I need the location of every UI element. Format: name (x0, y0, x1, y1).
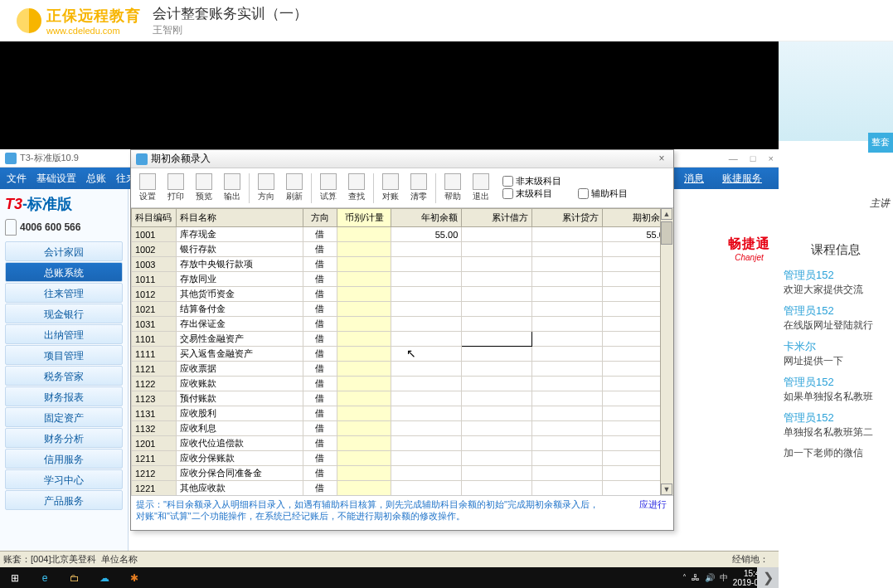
nav-item[interactable]: 现金银行 (5, 304, 123, 323)
toolbar-icon (320, 173, 337, 190)
toolbar-退出[interactable]: 退出 (468, 173, 494, 202)
menu-item[interactable]: 基础设置 (36, 173, 76, 184)
nav-item[interactable]: 财务报表 (5, 386, 123, 406)
edge-icon[interactable]: e (30, 567, 60, 588)
toolbar-输出[interactable]: 输出 (219, 173, 245, 202)
video-player[interactable] (0, 41, 779, 149)
table-row[interactable]: 1201应收代位追偿款借 (132, 436, 673, 451)
filter-checkbox[interactable]: 辅助科目 (578, 187, 628, 200)
filter-checkbox[interactable]: 末级科目 (502, 187, 561, 200)
minimize-button[interactable]: — (729, 153, 738, 163)
scroll-down-arrow[interactable]: ▼ (661, 484, 672, 495)
maximize-button[interactable]: □ (750, 153, 756, 163)
toolbar-帮助[interactable]: 帮助 (439, 173, 466, 202)
toolbar-设置[interactable]: 设置 (134, 173, 161, 202)
tray-network-icon[interactable]: 🖧 (692, 573, 700, 582)
chat-item[interactable]: 管理员152欢迎大家提供交流 (784, 268, 888, 297)
table-row[interactable]: 1212应收分保合同准备金借 (132, 466, 673, 481)
app-icon (5, 153, 17, 164)
close-button[interactable]: × (769, 153, 774, 163)
dialog-titlebar[interactable]: 期初余额录入 × (131, 150, 673, 168)
toolbar-清零[interactable]: 清零 (405, 173, 432, 202)
vendor-brand: 畅捷通 Chanjet (728, 236, 770, 262)
toolbar-试算[interactable]: 试算 (315, 173, 342, 202)
toolbar-预览[interactable]: 预览 (191, 173, 217, 202)
table-row[interactable]: 1021结算备付金借 (132, 302, 673, 317)
tray-volume-icon[interactable]: 🔊 (705, 573, 715, 582)
table-row[interactable]: 1121应收票据借 (132, 362, 673, 377)
nav-item[interactable]: 信用服务 (5, 449, 123, 469)
table-row[interactable]: 1011存放同业借 (132, 272, 673, 287)
start-button[interactable]: ⊞ (0, 567, 30, 588)
toolbar-查找[interactable]: 查找 (343, 173, 370, 202)
column-header[interactable]: 年初余额 (391, 209, 462, 227)
table-row[interactable]: 1031存出保证金借 (132, 317, 673, 332)
table-row[interactable]: 1001库存现金借55.0055.00 (132, 227, 673, 242)
nav-item[interactable]: 产品服务 (5, 490, 123, 510)
tray-up-icon[interactable]: ˄ (682, 573, 687, 582)
nav-item[interactable]: 固定资产 (5, 407, 123, 427)
menu-link[interactable]: 账捷服务 (722, 173, 762, 184)
chat-message: 在线版网址登陆就行 (784, 318, 888, 333)
nav-item[interactable]: 学习中心 (5, 469, 123, 489)
chat-item[interactable]: 管理员152在线版网址登陆就行 (784, 304, 888, 333)
close-icon[interactable]: × (655, 153, 668, 166)
column-header[interactable]: 累计借方 (462, 209, 532, 227)
column-header[interactable]: 累计贷方 (532, 209, 603, 227)
toolbar-对账[interactable]: 对账 (377, 173, 404, 202)
next-arrow-button[interactable]: ❯ (757, 567, 779, 588)
hint-link[interactable]: 应进行 (639, 498, 667, 510)
table-row[interactable]: 1122应收账款借 (132, 377, 673, 391)
table-row[interactable]: 1012其他货币资金借 (132, 287, 673, 302)
table-row[interactable]: 1131应收股利借 (132, 406, 673, 421)
toolbar-icon (348, 173, 365, 190)
scroll-up-arrow[interactable]: ▲ (661, 208, 672, 220)
column-header[interactable]: 方向 (303, 209, 337, 227)
column-header[interactable]: 科目名称 (177, 209, 303, 227)
table-row[interactable]: 1101交易性金融资产借 (132, 332, 673, 347)
toolbar-icon (167, 173, 184, 190)
toolbar-方向[interactable]: 方向 (253, 173, 279, 202)
site-logo[interactable]: 正保远程教育 www.cdeledu.com (17, 6, 141, 36)
tray-ime-icon[interactable]: 中 (720, 572, 728, 584)
scroll-thumb[interactable] (661, 221, 672, 245)
table-row[interactable]: 1002银行存款借 (132, 242, 673, 257)
nav-item[interactable]: 总账系统 (5, 262, 123, 282)
table-row[interactable]: 1123预付账款借 (132, 391, 673, 406)
nav-item[interactable]: 出纳管理 (5, 324, 123, 344)
toolbar-icon (286, 173, 303, 190)
toolbar-刷新[interactable]: 刷新 (281, 173, 308, 202)
cloud-icon[interactable]: ☁ (90, 567, 119, 588)
nav-item[interactable]: 税务管家 (5, 366, 123, 386)
balance-grid[interactable]: 科目编码科目名称方向币别/计量年初余额累计借方累计贷方期初余额1001库存现金借… (131, 208, 673, 495)
table-row[interactable]: 1003存放中央银行款项借 (132, 257, 673, 272)
column-header[interactable]: 币别/计量 (337, 209, 391, 227)
nav-item[interactable]: 项目管理 (5, 345, 123, 365)
table-row[interactable]: 1132应收利息借 (132, 421, 673, 436)
menu-item[interactable]: 总账 (86, 173, 106, 184)
section-title: 课程信息 (779, 232, 893, 268)
app-taskbar-icon[interactable]: ✱ (119, 567, 149, 588)
filter-checkbox[interactable]: 非末级科目 (502, 175, 561, 187)
app-statusbar: 账套：[004]北京美登科 单位名称 经销地： (0, 551, 779, 567)
folder-icon[interactable]: 🗀 (60, 567, 90, 588)
chat-message: 加一下老师的微信 (784, 446, 888, 460)
nav-item[interactable]: 会计家园 (5, 241, 123, 261)
chat-item[interactable]: 管理员152单独报名私教班第二 (784, 411, 888, 440)
nav-item[interactable]: 往来管理 (5, 283, 123, 303)
table-row[interactable]: 1221其他应收款借 (132, 481, 673, 496)
menu-item[interactable]: 文件 (7, 173, 27, 184)
table-row[interactable]: 1111买入返售金融资产借 (132, 347, 673, 362)
menu-link[interactable]: 消息 (684, 173, 704, 184)
chat-item[interactable]: 卡米尔网址提供一下 (784, 339, 888, 368)
chat-item[interactable]: 管理员152如果单独报名私教班 (784, 375, 888, 404)
chat-item[interactable]: 加一下老师的微信 (784, 446, 888, 460)
table-row[interactable]: 1211应收分保账款借 (132, 451, 673, 466)
chat-message: 欢迎大家提供交流 (784, 283, 888, 297)
column-header[interactable]: 科目编码 (132, 209, 177, 227)
nav-item[interactable]: 财务分析 (5, 428, 123, 448)
product-brand: T3-标准版 (5, 194, 72, 214)
vertical-scrollbar[interactable]: ▲ ▼ (660, 208, 673, 495)
toolbar-打印[interactable]: 打印 (163, 173, 189, 202)
chat-message: 网址提供一下 (784, 354, 888, 368)
